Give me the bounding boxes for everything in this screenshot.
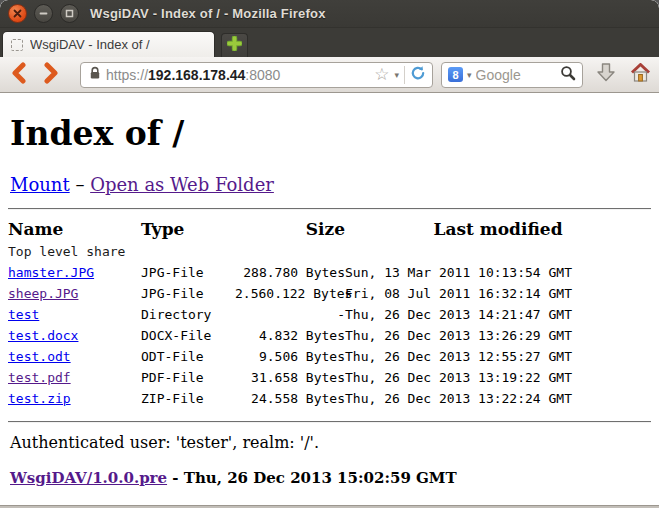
file-link[interactable]: test.pdf	[8, 370, 71, 385]
table-row: test.odt ODT-File 9.506 Bytes Thu, 26 De…	[8, 346, 651, 367]
search-engine-dropdown-icon[interactable]: ▾	[467, 70, 472, 80]
url-bar[interactable]: https://192.168.178.44:8080 ☆ ▾	[80, 62, 433, 88]
server-footer: WsgiDAV/1.0.0.pre - Thu, 26 Dec 2013 15:…	[10, 469, 651, 487]
url-scheme: https://	[106, 67, 148, 83]
file-size: 31.658 Bytes	[235, 367, 345, 388]
column-header-name: Name	[8, 216, 141, 242]
table-row: test.pdf PDF-File 31.658 Bytes Thu, 26 D…	[8, 367, 651, 388]
file-modified: Sun, 13 Mar 2011 10:13:54 GMT	[345, 262, 651, 283]
window-minimize-button[interactable]	[34, 4, 53, 23]
table-row: sheep.JPG JPG-File 2.560.122 Bytes Fri, …	[8, 283, 651, 304]
open-as-web-folder-link[interactable]: Open as Web Folder	[90, 174, 274, 195]
divider-bottom	[8, 421, 651, 423]
file-link[interactable]: hamster.JPG	[8, 265, 94, 280]
file-type: DOCX-File	[141, 325, 235, 346]
minimize-icon	[39, 9, 48, 18]
generated-timestamp: - Thu, 26 Dec 2013 15:02:59 GMT	[167, 469, 457, 487]
window-title: WsgiDAV - Index of / - Mozilla Firefox	[90, 6, 326, 21]
file-size: 2.560.122 Bytes	[235, 283, 345, 304]
file-type: ODT-File	[141, 346, 235, 367]
page-title: Index of /	[10, 115, 651, 153]
file-link[interactable]: sheep.JPG	[8, 286, 78, 301]
home-button[interactable]	[627, 62, 653, 88]
back-arrow-icon	[9, 62, 29, 88]
search-engine-icon[interactable]: 8	[448, 67, 463, 82]
file-size: 24.558 Bytes	[235, 388, 345, 409]
share-caption: Top level share	[8, 242, 651, 262]
back-button[interactable]	[6, 62, 32, 88]
file-modified: Fri, 08 Jul 2011 16:32:14 GMT	[345, 283, 651, 304]
file-modified: Thu, 26 Dec 2013 13:22:24 GMT	[345, 388, 651, 409]
plus-icon	[227, 36, 242, 55]
wsgidav-version-link[interactable]: WsgiDAV/1.0.0.pre	[10, 469, 167, 487]
link-separator: –	[70, 174, 90, 195]
file-type: JPG-File	[141, 262, 235, 283]
table-header-row: Name Type Size Last modified	[8, 216, 651, 242]
file-link[interactable]: test.zip	[8, 391, 71, 406]
column-header-last-modified: Last modified	[345, 216, 651, 242]
directory-table: Name Type Size Last modified Top level s…	[8, 216, 651, 409]
tab-wsgidav[interactable]: WsgiDAV - Index of /	[2, 31, 215, 57]
table-row: test.docx DOCX-File 4.832 Bytes Thu, 26 …	[8, 325, 651, 346]
table-row: test Directory - Thu, 26 Dec 2013 14:21:…	[8, 304, 651, 325]
reload-icon[interactable]	[410, 65, 426, 85]
file-modified: Thu, 26 Dec 2013 13:19:22 GMT	[345, 367, 651, 388]
close-icon	[13, 9, 22, 18]
new-tab-button[interactable]	[221, 33, 248, 57]
top-links: Mount – Open as Web Folder	[10, 174, 651, 195]
forward-button[interactable]	[38, 62, 64, 88]
file-modified: Thu, 26 Dec 2013 14:21:47 GMT	[345, 304, 651, 325]
bookmark-star-icon[interactable]: ☆	[374, 66, 389, 83]
file-type: ZIP-File	[141, 388, 235, 409]
url-host: 192.168.178.44	[148, 67, 245, 83]
table-row: hamster.JPG JPG-File 288.780 Bytes Sun, …	[8, 262, 651, 283]
table-row: test.zip ZIP-File 24.558 Bytes Thu, 26 D…	[8, 388, 651, 409]
forward-arrow-icon	[41, 62, 61, 88]
tab-title: WsgiDAV - Index of /	[30, 37, 150, 52]
divider-top	[8, 208, 651, 210]
downloads-button[interactable]	[593, 62, 619, 88]
url-port: :8080	[245, 67, 280, 83]
file-type: JPG-File	[141, 283, 235, 304]
search-magnifier-icon[interactable]	[560, 65, 576, 85]
authenticated-user-text: Authenticated user: 'tester', realm: '/'…	[10, 433, 651, 452]
urlbar-dropdown-icon[interactable]: ▾	[394, 70, 399, 80]
search-bar[interactable]: 8 ▾	[441, 62, 583, 88]
file-size: 4.832 Bytes	[235, 325, 345, 346]
file-modified: Thu, 26 Dec 2013 12:55:27 GMT	[345, 346, 651, 367]
file-size: 9.506 Bytes	[235, 346, 345, 367]
favicon-placeholder-icon	[11, 39, 23, 51]
lock-icon	[89, 66, 101, 84]
file-link[interactable]: test.docx	[8, 328, 78, 343]
title-bar: WsgiDAV - Index of / - Mozilla Firefox	[0, 0, 659, 28]
file-link[interactable]: test.odt	[8, 349, 71, 364]
url-text[interactable]: https://192.168.178.44:8080	[106, 67, 369, 83]
file-size: -	[235, 304, 345, 325]
window-maximize-button[interactable]	[60, 4, 79, 23]
navigation-toolbar: https://192.168.178.44:8080 ☆ ▾ 8 ▾	[0, 57, 659, 93]
download-arrow-icon	[596, 62, 616, 87]
tab-bar: WsgiDAV - Index of /	[0, 28, 659, 57]
file-link[interactable]: test	[8, 307, 39, 322]
share-caption-row: Top level share	[8, 242, 651, 262]
page-content: Index of / Mount – Open as Web Folder Na…	[0, 93, 659, 505]
file-size: 288.780 Bytes	[235, 262, 345, 283]
window-close-button[interactable]	[8, 4, 27, 23]
file-modified: Thu, 26 Dec 2013 13:26:29 GMT	[345, 325, 651, 346]
urlbar-separator	[404, 66, 405, 84]
column-header-size: Size	[235, 216, 345, 242]
mount-link[interactable]: Mount	[10, 174, 70, 195]
column-header-type: Type	[141, 216, 235, 242]
search-input[interactable]	[476, 67, 556, 83]
maximize-icon	[65, 9, 74, 18]
file-type: Directory	[141, 304, 235, 325]
file-type: PDF-File	[141, 367, 235, 388]
firefox-window: WsgiDAV - Index of / - Mozilla Firefox W…	[0, 0, 659, 508]
home-icon	[630, 63, 651, 87]
